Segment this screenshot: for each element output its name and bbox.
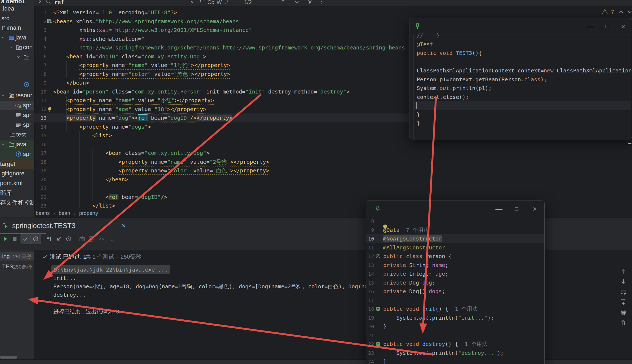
code-line[interactable]: 18public void init() { 1 个用法 xyxy=(366,305,544,313)
code-line[interactable]: 9@Data 7 个用法 xyxy=(366,226,544,235)
tree-item-.gitignore[interactable]: .gitignore xyxy=(0,169,34,178)
tree-item[interactable] xyxy=(0,80,34,89)
gauge-icon[interactable] xyxy=(98,236,105,242)
newline-icon[interactable] xyxy=(198,0,204,4)
code-line[interactable]: context.close(); xyxy=(417,93,628,102)
tree-item-target[interactable]: target xyxy=(0,159,34,169)
tree-item-[interactable]: 存文件和控制台 xyxy=(0,198,34,207)
code-line[interactable]: 22public void destroy() { 1 个用法 xyxy=(366,340,544,349)
code-line[interactable]: 22 <ref bean="dogID"/> xyxy=(34,193,632,202)
popup-titlebar[interactable]: — □ × xyxy=(366,201,544,217)
springsq-icon[interactable] xyxy=(47,18,53,24)
chev-icon[interactable] xyxy=(1,35,6,40)
code-line[interactable]: 17 <bean class="com.xy.entity.Dog"> xyxy=(34,149,632,158)
minimize-button[interactable]: — xyxy=(494,204,504,214)
breadcrumb-item[interactable]: property xyxy=(79,210,98,216)
code-line[interactable]: Person p1=context.getBean(Person.class); xyxy=(417,75,628,84)
code-line[interactable]: 14private Integer age; xyxy=(366,269,544,278)
breadcrumb-item[interactable]: bean xyxy=(59,210,70,216)
export-icon[interactable] xyxy=(89,236,95,242)
pin-icon[interactable] xyxy=(374,205,382,213)
tree-item-src[interactable]: src xyxy=(0,14,34,23)
breadcrumb-item[interactable]: beans xyxy=(36,210,50,216)
maximize-button[interactable]: □ xyxy=(512,204,521,214)
config-icon[interactable] xyxy=(15,112,22,118)
folder-green-icon[interactable] xyxy=(8,141,15,148)
next-match-icon[interactable] xyxy=(294,0,300,4)
minimize-button[interactable]: — xyxy=(585,22,595,31)
stop-icon[interactable] xyxy=(11,236,18,242)
arrowdl-icon[interactable] xyxy=(56,236,62,242)
package-icon[interactable] xyxy=(23,54,30,60)
code-line[interactable] xyxy=(417,58,628,66)
match-case-toggle[interactable]: Cc xyxy=(207,0,214,6)
code-line[interactable]: System.out.println(p1); xyxy=(417,84,628,93)
search-input[interactable]: ref xyxy=(54,0,64,6)
code-line[interactable]: 13private String name; xyxy=(366,261,544,270)
pin-icon[interactable] xyxy=(414,23,421,30)
words-toggle[interactable]: W xyxy=(217,0,222,6)
code-line[interactable]: 8 xyxy=(366,217,544,226)
code-line[interactable]: 20 </bean> xyxy=(34,175,632,184)
tree-item-spr[interactable]: spr xyxy=(0,149,34,159)
code-line[interactable] xyxy=(417,101,628,110)
chev-icon[interactable] xyxy=(1,142,6,147)
expand-replace-icon[interactable] xyxy=(37,0,43,4)
code-line[interactable]: 17 xyxy=(366,296,544,305)
code-line[interactable]: 19 System.out.println("init..."); xyxy=(366,313,544,322)
code-line[interactable]: 16private Dog[] dogs; xyxy=(366,287,544,296)
code-line[interactable]: ClassPathXmlApplicationContext context=n… xyxy=(417,66,628,75)
code-line[interactable]: 23 System.out.println("destroy..."); xyxy=(366,349,544,358)
play-icon[interactable] xyxy=(2,236,9,242)
code-line[interactable]: 1<?xml version="1.0" encoding="UTF-8"?> xyxy=(34,8,632,17)
folder-blue-icon[interactable] xyxy=(8,34,15,41)
up-icon[interactable] xyxy=(620,268,627,275)
chev-icon[interactable] xyxy=(9,45,14,50)
chev-icon[interactable] xyxy=(1,93,6,98)
more-options-icon[interactable] xyxy=(318,0,324,4)
code-line[interactable]: } xyxy=(417,119,628,128)
popup-test-method[interactable]: — □ × // }@Testpublic void TEST3(){Class… xyxy=(409,18,632,139)
folder-icon[interactable] xyxy=(2,25,8,31)
tree-item[interactable] xyxy=(0,52,34,62)
clock-icon[interactable] xyxy=(65,236,72,242)
code-line[interactable]: 12public class Person { xyxy=(366,252,544,261)
beanm-icon[interactable] xyxy=(375,341,381,347)
folder-res-icon[interactable] xyxy=(8,92,15,99)
folder-icon[interactable] xyxy=(9,131,16,138)
regex-toggle[interactable]: .* xyxy=(225,0,228,6)
test-tree-item[interactable]: ing250毫秒 xyxy=(0,252,34,261)
tree-item-spr[interactable]: spr xyxy=(0,101,34,110)
beanO-icon[interactable] xyxy=(375,253,381,259)
tree-item-test[interactable]: test xyxy=(0,130,34,139)
spring-icon[interactable] xyxy=(23,81,30,88)
scrollend-icon[interactable] xyxy=(620,299,627,306)
tree-item-main[interactable]: main xyxy=(0,23,34,32)
bulb-icon[interactable] xyxy=(47,106,53,112)
printer-icon[interactable] xyxy=(620,309,627,316)
springtest-icon[interactable] xyxy=(15,151,22,157)
close-tab-icon[interactable]: × xyxy=(122,222,126,230)
down-icon[interactable] xyxy=(620,278,627,285)
filter-icon[interactable] xyxy=(307,0,313,4)
code-line[interactable]: 21 xyxy=(366,331,544,340)
code-line[interactable]: 15private Dog dog; xyxy=(366,278,544,287)
code-line[interactable]: 20} xyxy=(366,322,544,331)
tree-item-java[interactable]: java xyxy=(0,33,34,42)
tree-item-.idea[interactable]: .idea xyxy=(0,4,34,13)
maximize-button[interactable]: □ xyxy=(603,22,612,31)
tree-item-con[interactable]: con xyxy=(0,43,34,52)
code-line[interactable]: // } xyxy=(417,31,628,40)
code-line[interactable]: 19 <property name="color" value="白色"></p… xyxy=(34,166,632,175)
code-line[interactable]: } xyxy=(417,110,628,119)
sort-icon[interactable] xyxy=(46,236,52,242)
close-button[interactable]: × xyxy=(618,22,628,31)
code-line[interactable]: 10@NoArgsConstructor xyxy=(366,234,544,243)
code-line[interactable]: 11@AllArgsConstructor xyxy=(366,243,544,252)
dots-icon[interactable] xyxy=(109,236,115,242)
clear-search-icon[interactable]: × xyxy=(191,0,194,6)
tree-item-spr[interactable]: spr xyxy=(0,120,34,129)
prev-problem-icon[interactable] xyxy=(618,9,624,15)
tree-item-pom.xml[interactable]: pom.xml xyxy=(0,179,34,188)
chev-icon[interactable] xyxy=(16,55,21,59)
